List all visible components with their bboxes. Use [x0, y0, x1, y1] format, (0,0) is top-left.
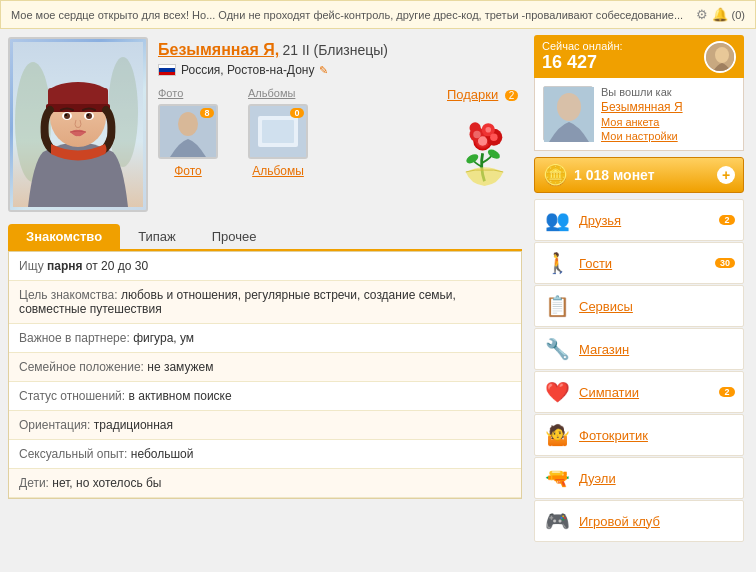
user-box-title: Вы вошли как [601, 86, 683, 98]
profile-info: Безымянная Я, 21 II (Близнецы) Россия, Р… [158, 37, 522, 212]
sidebar-item-shop[interactable]: 🔧 Магазин [534, 328, 744, 370]
photo-link[interactable]: Фото [158, 164, 218, 178]
detail-value: фигура, ум [133, 331, 194, 345]
sidebar-badge-likes: 2 [719, 387, 735, 397]
my-settings-link[interactable]: Мои настройки [601, 130, 683, 142]
detail-label: Ориентация: [19, 418, 90, 432]
albums-count-badge: 0 [290, 108, 304, 118]
sidebar-item-photocritic[interactable]: 🤷 Фотокритик [534, 414, 744, 456]
sidebar-item-label-likes: Симпатии [579, 385, 711, 400]
my-profile-link[interactable]: Моя анкета [601, 116, 683, 128]
detail-label: Дети: [19, 476, 49, 490]
detail-row: Семейное положение: не замужем [9, 353, 521, 382]
albums-thumbs: 0 [248, 104, 308, 159]
sidebar-item-games[interactable]: 🎮 Игровой клуб [534, 500, 744, 542]
albums-link[interactable]: Альбомы [248, 164, 308, 178]
detail-value: в активном поиске [129, 389, 232, 403]
coins-icon: 🪙 [543, 163, 568, 187]
sidebar-item-label-friends: Друзья [579, 213, 711, 228]
detail-row: Дети: нет, но хотелось бы [9, 469, 521, 498]
detail-value: парня [47, 259, 83, 273]
gifts-link[interactable]: Подарки [447, 87, 498, 102]
detail-row: Статус отношений: в активном поиске [9, 382, 521, 411]
top-status-bar: Мое мое сердце открыто для всех! Но... О… [0, 0, 756, 29]
friends-icon: 👥 [543, 206, 571, 234]
photo-thumb[interactable]: 8 [158, 104, 218, 159]
tab-tipazh[interactable]: Типаж [120, 224, 194, 249]
add-coins-button[interactable]: + [717, 166, 735, 184]
games-icon: 🎮 [543, 507, 571, 535]
sidebar-item-label-guests: Гости [579, 256, 707, 271]
photocritic-icon: 🤷 [543, 421, 571, 449]
top-bar-icons: ⚙ 🔔 (0) [696, 7, 745, 22]
sidebar-item-services[interactable]: 📋 Сервисы [534, 285, 744, 327]
svg-point-33 [557, 93, 581, 121]
duels-icon: 🔫 [543, 464, 571, 492]
svg-point-15 [178, 112, 198, 136]
detail-row: Ориентация: традиционная [9, 411, 521, 440]
detail-label: Ищу [19, 259, 44, 273]
sidebar-item-label-services: Сервисы [579, 299, 735, 314]
detail-row: Цель знакомства: любовь и отношения, рег… [9, 281, 521, 324]
location-text: Россия, Ростов-на-Дону [181, 63, 314, 77]
services-icon: 📋 [543, 292, 571, 320]
detail-row: Ищу парня от 20 до 30 [9, 252, 521, 281]
svg-point-28 [490, 134, 498, 142]
svg-rect-7 [46, 104, 110, 112]
tab-znakomstvo[interactable]: Знакомство [8, 224, 120, 249]
shop-icon: 🔧 [543, 335, 571, 363]
russia-flag-icon [158, 64, 176, 76]
detail-value: не замужем [147, 360, 213, 374]
svg-point-12 [65, 114, 67, 116]
profile-main-photo[interactable] [8, 37, 148, 212]
count-label: (0) [732, 9, 745, 21]
detail-label: Семейное положение: [19, 360, 144, 374]
photo-count-badge: 8 [200, 108, 214, 118]
media-section: Фото 8 Фото [158, 87, 522, 189]
profile-details: Ищу парня от 20 до 30Цель знакомства: лю… [8, 251, 522, 499]
profile-tabs: Знакомство Типаж Прочее [8, 224, 522, 251]
user-box: Вы вошли как Безымянная Я Моя анкета Мои… [534, 78, 744, 151]
album-thumb[interactable]: 0 [248, 104, 308, 159]
sidebar: Сейчас онлайн: 16 427 Вы [530, 29, 750, 548]
coins-amount: 1 018 монет [574, 167, 711, 183]
photos-group: Фото 8 Фото [158, 87, 218, 189]
profile-location: Россия, Ростов-на-Дону ✎ [158, 63, 522, 77]
detail-label: Сексуальный опыт: [19, 447, 127, 461]
profile-name-link[interactable]: Безымянная Я, [158, 41, 279, 58]
online-label: Сейчас онлайн: [542, 40, 623, 52]
user-box-avatar [543, 86, 593, 141]
sidebar-badge-friends: 2 [719, 215, 735, 225]
sidebar-item-duels[interactable]: 🔫 Дуэли [534, 457, 744, 499]
detail-label: Статус отношений: [19, 389, 125, 403]
gift-image [447, 111, 522, 186]
profile-header: Безымянная Я, 21 II (Близнецы) Россия, Р… [8, 37, 522, 212]
albums-group-title: Альбомы [248, 87, 308, 99]
alert-icon[interactable]: 🔔 [712, 7, 728, 22]
sidebar-item-label-photocritic: Фотокритик [579, 428, 735, 443]
gear-icon[interactable]: ⚙ [696, 7, 708, 22]
sidebar-item-friends[interactable]: 👥 Друзья 2 [534, 199, 744, 241]
svg-point-10 [64, 113, 70, 119]
svg-point-11 [86, 113, 92, 119]
sidebar-item-guests[interactable]: 🚶 Гости 30 [534, 242, 744, 284]
sidebar-item-label-games: Игровой клуб [579, 514, 735, 529]
photos-thumbs: 8 [158, 104, 218, 159]
tab-prochee[interactable]: Прочее [194, 224, 275, 249]
svg-point-13 [87, 114, 89, 116]
albums-group: Альбомы 0 Альбомы [248, 87, 308, 189]
online-count: 16 427 [542, 52, 623, 73]
coins-box[interactable]: 🪙 1 018 монет + [534, 157, 744, 193]
edit-location-icon[interactable]: ✎ [319, 64, 328, 77]
svg-point-2 [108, 57, 138, 167]
svg-point-29 [485, 127, 491, 133]
sidebar-item-label-duels: Дуэли [579, 471, 735, 486]
detail-value: традиционная [94, 418, 173, 432]
profile-age: 21 II (Близнецы) [282, 42, 388, 58]
user-profile-name-link[interactable]: Безымянная Я [601, 100, 683, 114]
detail-label: Важное в партнере: [19, 331, 130, 345]
detail-range: от 20 до 30 [86, 259, 148, 273]
guests-icon: 🚶 [543, 249, 571, 277]
media-group-title: Фото [158, 87, 218, 99]
sidebar-item-likes[interactable]: ❤️ Симпатии 2 [534, 371, 744, 413]
